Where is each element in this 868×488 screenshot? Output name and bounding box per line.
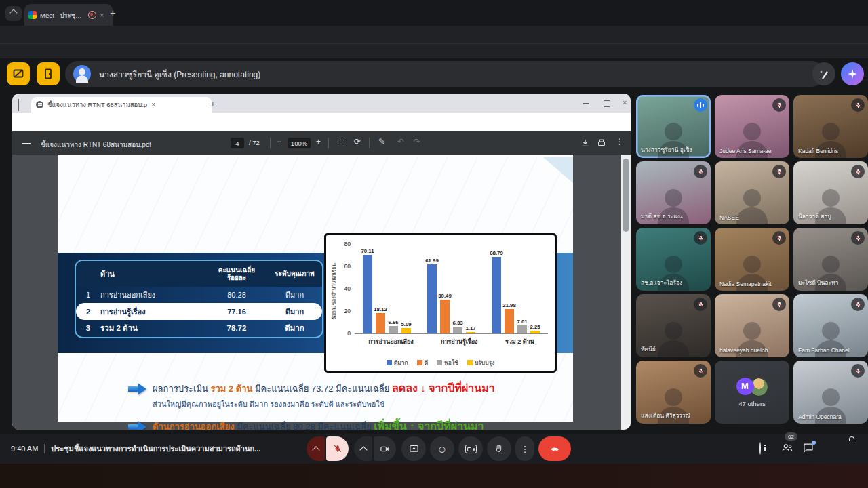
annotate-pen-icon[interactable]: ✎ — [378, 138, 385, 146]
annotation-tool-button[interactable] — [7, 62, 30, 85]
open-room-button[interactable] — [37, 62, 60, 85]
pdf-scrollbar-thumb[interactable] — [623, 159, 629, 232]
more-vertical-icon: ⋮ — [521, 444, 530, 454]
inner-new-tab-button[interactable]: + — [210, 99, 216, 109]
presenter-banner: นางสาวซูรียานี อูเซ็ง (Presenting, annot… — [65, 61, 825, 87]
inner-browser-tab[interactable]: ชี้แจงแนวทาง RTNT 68สนามสอบ.p × — [31, 97, 212, 113]
bar-column: 68.79 — [492, 250, 501, 334]
gemini-button[interactable] — [841, 62, 864, 85]
bar — [363, 255, 372, 333]
participant-tile[interactable]: แสงเดือน ศิริสุวรรณ์ — [636, 361, 711, 424]
fit-page-icon[interactable] — [338, 140, 344, 146]
captions-icon — [465, 445, 477, 453]
leave-call-button[interactable] — [538, 436, 571, 461]
tab-close-icon[interactable]: × — [100, 12, 104, 19]
legend-label: ดีมาก — [394, 358, 408, 367]
participant-tile[interactable]: มาดี สช.อ.ระแงะ — [636, 161, 711, 224]
legend-swatch — [467, 360, 473, 365]
print-icon[interactable] — [597, 138, 606, 148]
bar-value-label: 7.01 — [517, 319, 527, 325]
bar-column: 30.49 — [440, 293, 450, 333]
participant-tile[interactable]: นิลาวาตี สาบู — [793, 161, 868, 224]
captions-button[interactable] — [458, 436, 483, 461]
mic-off-icon — [851, 364, 865, 378]
chat-button[interactable] — [803, 443, 814, 455]
pdf-page-input[interactable]: 4 — [231, 138, 244, 148]
arrow-bullet-icon — [128, 383, 146, 395]
reactions-button[interactable]: ☺ — [430, 436, 454, 461]
participant-tile[interactable]: Fam Farhan Chanel — [793, 294, 868, 357]
undo-icon[interactable]: ↶ — [397, 138, 404, 146]
y-axis-tick: 40 — [344, 285, 351, 292]
inner-tab-search-icon[interactable] — [18, 99, 19, 111]
participant-tile[interactable]: Judee Aris Sama-ae — [715, 95, 789, 158]
table-header: ด้าน คะแนนเฉลี่ยร้อยละ ระดับคุณภาพ — [76, 261, 322, 287]
toolbar-separator — [369, 138, 370, 148]
pdf-favicon — [36, 101, 43, 108]
camera-icon — [380, 444, 390, 454]
toolbar-separator — [328, 138, 329, 148]
pdf-more-icon[interactable]: ⋮ — [616, 138, 624, 146]
arrow-bullet-icon — [128, 421, 146, 430]
participant-name: นิลาวาตี สาบู — [798, 211, 831, 221]
participant-tile[interactable]: M 47 others — [715, 361, 789, 424]
browser-tab-meet[interactable]: Meet - ประชุมชี้แจงแนวทางการ × — [24, 4, 113, 26]
avatar: M — [736, 378, 754, 395]
participant-tile[interactable]: Kadafi Beniidris — [793, 95, 868, 158]
participant-name: Kadafi Beniidris — [798, 148, 838, 155]
mic-off-icon — [772, 231, 786, 245]
tab-search-button[interactable] — [5, 6, 22, 21]
participant-tile[interactable]: ทัศนีย์ — [636, 294, 711, 357]
bar-value-label: 68.79 — [490, 250, 503, 256]
y-axis-tick: 60 — [344, 263, 351, 270]
rotate-icon[interactable]: ⟳ — [354, 138, 361, 146]
bullet-mid: มีคะแนนเฉลี่ย 80.28 มีคะแนนเฉลี่ย — [235, 422, 374, 430]
participant-name: Judee Aris Sama-ae — [719, 148, 772, 155]
participant-name: แสงเดือน ศิริสุวรรณ์ — [641, 411, 690, 420]
legend-item: ปรับปรุง — [467, 358, 494, 367]
minimize-icon[interactable] — [583, 103, 589, 104]
participant-tile[interactable]: Nadia Semapatnakit — [715, 228, 789, 291]
trend-word: ลดลง — [392, 382, 418, 394]
inner-toolbar: ← → ⟳ File D:/RT%20NT%2068/ชี้แจงแนวทาง%… — [12, 113, 631, 131]
participant-name: นางสาวซูรียานี อูเซ็ง — [641, 145, 692, 155]
new-tab-button[interactable]: + — [110, 7, 116, 18]
bar — [466, 332, 475, 333]
x-category-label: การอ่านออกเสียง — [368, 337, 413, 346]
presentation-tile[interactable]: ชี้แจงแนวทาง RTNT 68สนามสอบ.p × + × ← → … — [12, 94, 631, 430]
participant-tile[interactable]: สช.อ.เจาะไอร้อง — [636, 228, 711, 291]
participant-tile[interactable]: นางสาวซูรียานี อูเซ็ง — [636, 95, 711, 158]
meeting-details-button[interactable] — [760, 443, 761, 455]
chart-plot-area: 70.1118.126.665.0961.9930.496.331.1768.7… — [355, 244, 548, 334]
participant-name: halaveeyah dueloh — [719, 347, 768, 354]
screen: Meet - ประชุมชี้แจงแนวทางการ × + ← → ⟳ m… — [0, 0, 868, 488]
audio-indicator-icon — [694, 98, 707, 112]
participant-tile[interactable]: มะไซดี บินละหา — [793, 228, 868, 291]
present-button[interactable] — [401, 436, 426, 461]
mic-off-icon — [694, 298, 707, 311]
participant-tile[interactable]: halaveeyah dueloh — [715, 294, 789, 357]
download-icon[interactable] — [580, 138, 590, 148]
annotation-pen-button[interactable] — [812, 62, 835, 85]
close-window-icon[interactable]: × — [623, 99, 627, 106]
legend-label: พอใช้ — [444, 358, 458, 367]
zoom-out-icon[interactable]: − — [277, 138, 281, 146]
redo-icon[interactable]: ↷ — [414, 138, 420, 146]
pdf-zoom-level[interactable]: 100% — [288, 138, 311, 148]
people-button[interactable] — [781, 443, 793, 455]
bar — [530, 331, 540, 333]
pdf-toolbar: ชี้แจงแนวทาง RTNT 68สนามสอบ.pdf 4 / 72 −… — [12, 131, 631, 155]
participant-tile[interactable]: NASEE — [715, 161, 789, 224]
mic-off-icon — [851, 298, 865, 311]
mic-muted-icon — [333, 444, 342, 453]
trend-tail: จากปีที่ผ่านมา — [429, 382, 495, 394]
zoom-in-icon[interactable]: + — [316, 138, 321, 146]
inner-tab-close-icon[interactable]: × — [151, 102, 155, 108]
raise-hand-button[interactable] — [487, 436, 511, 461]
participant-tile[interactable]: Admin Opecnara — [793, 361, 868, 424]
maximize-icon[interactable] — [604, 100, 610, 107]
y-axis-tick: 20 — [344, 308, 351, 314]
more-options-button[interactable]: ⋮ — [515, 436, 534, 461]
table-row: 3 รวม 2 ด้าน 78.72 ดีมาก — [76, 320, 322, 336]
gemini-star-icon — [847, 68, 858, 79]
